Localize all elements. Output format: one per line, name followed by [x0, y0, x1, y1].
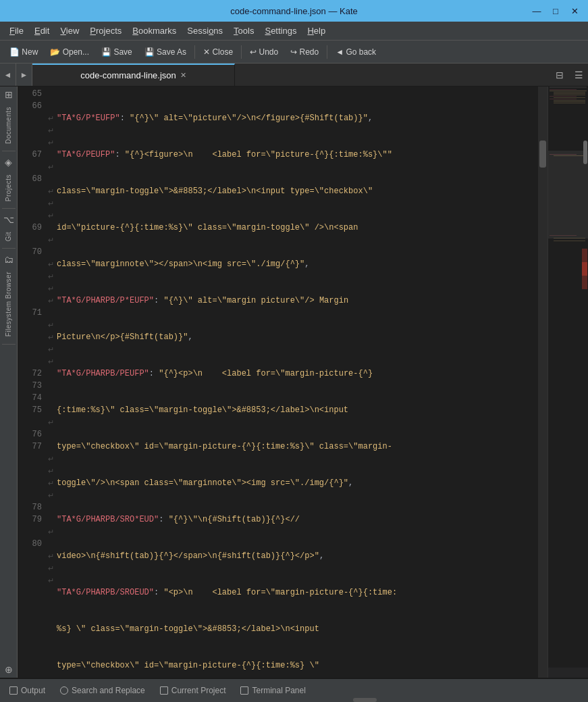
toolbar: 📄 New 📂 Open... 💾 Save 💾 Save As ✕ Close…	[0, 41, 588, 64]
tab-action-menu[interactable]: ☰	[569, 64, 588, 86]
svg-rect-3	[554, 92, 585, 93]
menu-tools[interactable]: Tools	[228, 24, 259, 37]
panel-tab-terminal[interactable]: Terminal Panel	[234, 683, 312, 698]
svg-rect-0	[550, 86, 587, 88]
save-button[interactable]: 💾 Save	[96, 45, 138, 59]
scrollbar-thumb[interactable]	[539, 141, 546, 168]
sidebar-label-documents[interactable]: Documents	[5, 103, 12, 148]
svg-rect-7	[554, 97, 585, 98]
maximize-button[interactable]: □	[547, 4, 564, 18]
close-button[interactable]: ✕	[566, 4, 583, 18]
new-button[interactable]: 📄 New	[4, 45, 43, 59]
search-tab-icon	[60, 686, 68, 695]
panel-tab-project[interactable]: Current Project	[153, 683, 233, 698]
svg-rect-13	[550, 154, 577, 155]
window-controls: — □ ✕	[529, 4, 583, 18]
toolbar-separator-1	[194, 45, 195, 59]
open-button[interactable]: 📂 Open...	[45, 45, 95, 59]
tab-label: code-command-line.json	[80, 70, 176, 80]
project-tab-icon	[160, 686, 168, 695]
undo-button[interactable]: ↩ Undo	[244, 45, 284, 59]
wrap-indicators: ↵ ↵ ↵ ↵ ↵ ↵ ↵ ↵ ↵ ↵ ↵ ↵ ↵ ↵ ↵ ↵	[45, 86, 57, 678]
svg-rect-16	[554, 238, 585, 239]
bottom-sidebar-icon[interactable]: ⊕	[0, 661, 17, 678]
filesystem-icon[interactable]: 🗂	[0, 251, 17, 268]
tab-bar: ◄ ► code-command-line.json ✕ ⊟ ☰	[0, 64, 588, 86]
sidebar-label-projects[interactable]: Projects	[5, 170, 12, 205]
svg-rect-6	[550, 96, 577, 97]
panel-tab-search[interactable]: Search and Replace	[53, 683, 152, 698]
vertical-scrollbar[interactable]	[538, 86, 547, 678]
sidebar-divider-2	[2, 208, 16, 209]
minimize-button[interactable]: —	[529, 4, 545, 18]
sidebar-divider-1	[2, 151, 16, 151]
toolbar-separator-2	[241, 45, 242, 59]
editor-area[interactable]: 65 66 67 68 69 70 71 72	[18, 86, 588, 678]
sidebar-divider-4	[2, 344, 16, 345]
tab-actions: ⊟ ☰	[550, 64, 588, 86]
svg-rect-4	[554, 93, 585, 94]
search-tab-label: Search and Replace	[72, 686, 145, 695]
git-icon[interactable]: ⌥	[0, 211, 17, 228]
minimap-svg	[548, 86, 588, 668]
tab-nav-next[interactable]: ►	[16, 64, 32, 86]
menu-sessions[interactable]: Sessions	[182, 24, 228, 37]
svg-rect-8	[550, 99, 577, 99]
sidebar-label-filesystem[interactable]: Filesystem Browser	[5, 268, 12, 341]
output-tab-icon	[9, 686, 18, 695]
sidebar-section-projects: ◈ Projects	[0, 154, 17, 205]
minimap-panel	[547, 86, 588, 678]
project-tab-label: Current Project	[171, 686, 226, 695]
svg-rect-19	[582, 262, 587, 276]
line-numbers: 65 66 67 68 69 70 71 72	[18, 86, 45, 678]
panel-tab-output[interactable]: Output	[3, 683, 52, 698]
sidebar-label-git[interactable]: Git	[5, 228, 12, 245]
menu-file[interactable]: File	[4, 24, 29, 37]
svg-rect-14	[554, 155, 585, 156]
menu-help[interactable]: Help	[302, 24, 331, 37]
main-area: ⊞ Documents ◈ Projects ⌥ Git 🗂 Filesyste…	[0, 86, 588, 678]
tab-code-command-line[interactable]: code-command-line.json ✕	[32, 64, 235, 86]
svg-rect-11	[554, 103, 585, 103]
left-sidebar: ⊞ Documents ◈ Projects ⌥ Git 🗂 Filesyste…	[0, 86, 18, 678]
sidebar-section-documents: ⊞ Documents	[0, 86, 17, 148]
sidebar-divider-3	[2, 248, 16, 249]
svg-rect-17	[554, 241, 585, 241]
svg-rect-10	[554, 101, 585, 102]
output-tab-label: Output	[21, 686, 45, 695]
code-content[interactable]: "TA*G/P*EUFP": "{^}\" alt=\"picture\"/>\…	[57, 86, 538, 678]
menu-view[interactable]: View	[55, 24, 84, 37]
menu-projects[interactable]: Projects	[84, 24, 127, 37]
documents-icon[interactable]: ⊞	[0, 86, 17, 103]
bottom-panel: Output Search and Replace Current Projec…	[0, 678, 588, 702]
terminal-tab-icon	[240, 686, 248, 695]
title-bar: code-command-line.json — Kate — □ ✕	[0, 0, 588, 22]
horizontal-scrollbar-thumb[interactable]	[353, 698, 377, 702]
menu-settings[interactable]: Settings	[259, 24, 302, 37]
menu-bookmarks[interactable]: Bookmarks	[127, 24, 182, 37]
svg-rect-12	[548, 151, 588, 239]
terminal-tab-label: Terminal Panel	[252, 686, 305, 695]
projects-icon[interactable]: ◈	[0, 154, 17, 170]
svg-rect-5	[554, 95, 585, 95]
svg-rect-9	[554, 100, 585, 101]
tab-close-icon[interactable]: ✕	[180, 71, 186, 80]
go-back-button[interactable]: ◄ Go back	[330, 45, 381, 59]
toolbar-separator-3	[327, 45, 327, 59]
sidebar-section-filesystem: 🗂 Filesystem Browser	[0, 251, 17, 341]
save-as-button[interactable]: 💾 Save As	[139, 45, 192, 59]
sidebar-section-git: ⌥ Git	[0, 211, 17, 245]
svg-rect-2	[550, 91, 587, 91]
redo-button[interactable]: ↪ Redo	[285, 45, 324, 59]
menu-bar: File Edit View Projects Bookmarks Sessio…	[0, 22, 588, 41]
svg-rect-15	[550, 235, 577, 236]
minimap-scrollbar-thumb[interactable]	[583, 141, 587, 164]
menu-edit[interactable]: Edit	[29, 24, 55, 37]
close-button[interactable]: ✕ Close	[198, 45, 238, 59]
svg-rect-1	[550, 89, 577, 90]
tab-nav-prev[interactable]: ◄	[0, 64, 16, 86]
window-title: code-command-line.json — Kate	[230, 6, 358, 16]
tab-action-split[interactable]: ⊟	[550, 64, 569, 86]
